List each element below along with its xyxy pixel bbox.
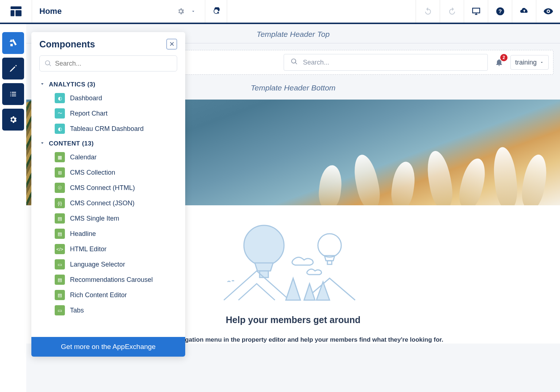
component-icon: 〜 bbox=[55, 108, 65, 119]
component-group-header[interactable]: CONTENT (13) bbox=[39, 136, 185, 150]
svg-rect-1 bbox=[11, 10, 15, 16]
refresh-button[interactable] bbox=[205, 0, 227, 23]
component-item[interactable]: ▤Rich Content Editor bbox=[55, 287, 185, 303]
component-item[interactable]: ▭Tabs bbox=[55, 303, 185, 318]
component-icon: ◐ bbox=[55, 93, 65, 103]
component-item[interactable]: ▤Recommendations Carousel bbox=[55, 272, 185, 287]
page-selector: Home bbox=[32, 0, 205, 23]
balloon-illustration bbox=[217, 216, 370, 304]
svg-rect-0 bbox=[11, 7, 22, 9]
app-logo[interactable] bbox=[0, 0, 32, 23]
rail-theme-button[interactable] bbox=[2, 58, 24, 79]
component-item[interactable]: ⊞CMS Collection bbox=[55, 165, 185, 180]
svg-point-5 bbox=[244, 225, 284, 265]
component-item[interactable]: ◐Dashboard bbox=[55, 90, 185, 106]
component-label: CMS Connect (JSON) bbox=[70, 199, 135, 207]
component-icon: ▤ bbox=[55, 229, 65, 239]
chevron-down-icon bbox=[540, 60, 544, 65]
page-dropdown-caret-icon[interactable] bbox=[189, 5, 198, 18]
component-icon: ▤ bbox=[55, 290, 65, 300]
component-icon: ▭ bbox=[55, 305, 65, 315]
component-label: Rich Content Editor bbox=[70, 291, 127, 299]
notification-badge: 2 bbox=[500, 54, 508, 61]
publish-button[interactable] bbox=[512, 0, 536, 23]
component-icon: ▦ bbox=[55, 152, 65, 162]
help-button[interactable]: ? bbox=[488, 0, 512, 23]
left-rail bbox=[0, 24, 26, 392]
component-icon: ▤ bbox=[55, 213, 65, 224]
group-title: ANALYTICS (3) bbox=[49, 81, 96, 88]
component-label: Calendar bbox=[70, 154, 97, 161]
toolbar-actions: ? bbox=[416, 0, 560, 23]
component-item[interactable]: </>HTML Editor bbox=[55, 241, 185, 257]
component-label: HTML Editor bbox=[70, 245, 106, 253]
group-title: CONTENT (13) bbox=[49, 140, 94, 147]
component-icon: {i} bbox=[55, 198, 65, 208]
component-label: CMS Collection bbox=[70, 169, 115, 176]
chevron-down-icon bbox=[39, 140, 45, 147]
component-item[interactable]: ▭Language Selector bbox=[55, 257, 185, 272]
component-item[interactable]: ▤CMS Single Item bbox=[55, 211, 185, 226]
desktop-view-button[interactable] bbox=[464, 0, 488, 23]
component-label: Report Chart bbox=[70, 110, 108, 117]
component-icon: ◐ bbox=[55, 124, 65, 134]
component-label: Dashboard bbox=[70, 94, 102, 102]
svg-rect-8 bbox=[327, 261, 332, 264]
search-icon bbox=[44, 60, 52, 69]
redo-button[interactable] bbox=[440, 0, 464, 23]
rail-components-button[interactable] bbox=[2, 32, 24, 54]
component-icon: </> bbox=[55, 244, 65, 254]
notifications-button[interactable]: 2 bbox=[492, 55, 506, 69]
component-icon: ⊞ bbox=[55, 167, 65, 178]
component-label: Tableau CRM Dashboard bbox=[70, 125, 144, 133]
component-label: Headline bbox=[70, 230, 96, 238]
svg-text:?: ? bbox=[498, 8, 502, 14]
chevron-down-icon bbox=[39, 81, 45, 88]
component-item[interactable]: {i}CMS Connect (JSON) bbox=[55, 195, 185, 211]
search-placeholder: Search... bbox=[303, 59, 329, 66]
profile-menu-button[interactable]: training bbox=[510, 55, 549, 70]
component-label: CMS Connect (HTML) bbox=[70, 184, 135, 192]
preview-button[interactable] bbox=[536, 0, 560, 23]
search-icon bbox=[291, 58, 298, 67]
rail-settings-button[interactable] bbox=[2, 109, 24, 131]
profile-label: training bbox=[515, 59, 537, 66]
component-item[interactable]: ⦾CMS Connect (HTML) bbox=[55, 180, 185, 195]
component-label: CMS Single Item bbox=[70, 215, 119, 222]
component-search-input[interactable] bbox=[39, 55, 177, 71]
component-icon: ⦾ bbox=[55, 183, 65, 193]
component-label: Language Selector bbox=[70, 261, 125, 268]
component-label: Tabs bbox=[70, 307, 84, 314]
undo-button[interactable] bbox=[416, 0, 440, 23]
appexchange-link[interactable]: Get more on the AppExchange bbox=[31, 337, 185, 357]
panel-close-button[interactable]: ✕ bbox=[166, 39, 177, 50]
components-panel: Components ✕ ANALYTICS (3)◐Dashboard〜Rep… bbox=[31, 32, 185, 357]
svg-rect-2 bbox=[15, 10, 22, 16]
component-icon: ▭ bbox=[55, 259, 65, 269]
svg-point-7 bbox=[318, 234, 341, 257]
component-item[interactable]: 〜Report Chart bbox=[55, 106, 185, 121]
component-label: Recommendations Carousel bbox=[70, 276, 153, 284]
component-group-header[interactable]: ANALYTICS (3) bbox=[39, 77, 185, 90]
component-item[interactable]: ▤Headline bbox=[55, 226, 185, 241]
panel-title: Components bbox=[39, 39, 166, 50]
top-toolbar: Home ? bbox=[0, 0, 560, 24]
component-icon: ▤ bbox=[55, 275, 65, 285]
page-settings-gear-icon[interactable] bbox=[174, 5, 187, 18]
rail-page-structure-button[interactable] bbox=[2, 83, 24, 105]
global-search[interactable]: Search... bbox=[284, 54, 488, 71]
component-item[interactable]: ▦Calendar bbox=[55, 150, 185, 165]
close-icon: ✕ bbox=[169, 40, 175, 48]
component-item[interactable]: ◐Tableau CRM Dashboard bbox=[55, 121, 185, 136]
page-title: Home bbox=[39, 7, 174, 16]
